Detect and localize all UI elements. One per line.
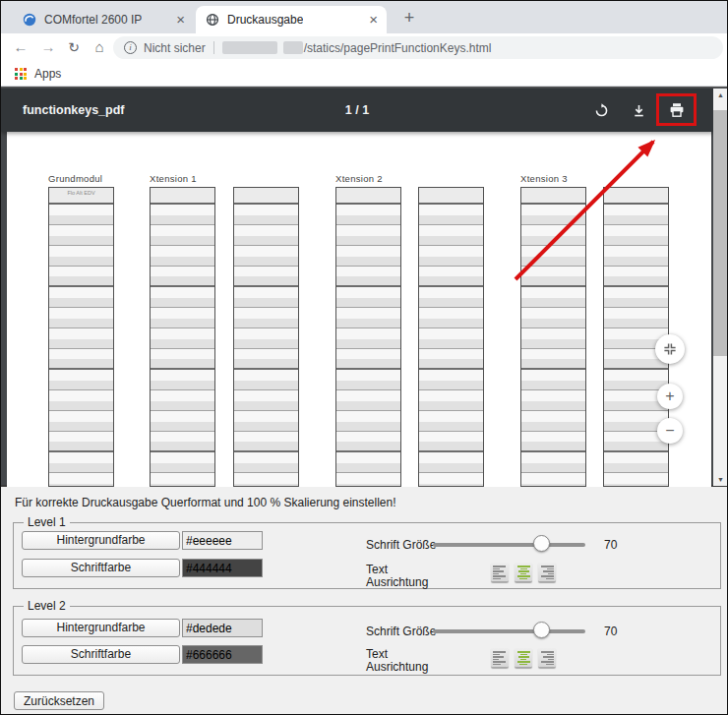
level1-font-color-button[interactable]: Schriftfarbe [22,559,180,577]
key-cell [521,452,585,473]
key-cell [336,411,400,432]
font-size-slider[interactable] [433,629,585,633]
apps-grid-icon[interactable] [15,68,27,80]
new-tab-button[interactable]: + [396,6,422,30]
apps-label[interactable]: Apps [34,67,61,81]
reload-icon[interactable]: ↻ [64,36,84,58]
key-cell [521,328,585,349]
key-cell [234,287,298,308]
font-size-value: 70 [604,625,617,638]
key-cell [521,370,585,390]
key-cell [521,349,585,370]
tab-title: Druckausgabe [227,13,303,27]
key-cell-header [604,188,668,205]
key-column [233,187,299,487]
scroll-down-icon[interactable]: ▼ [713,476,728,483]
key-cell [336,287,400,308]
key-cell [151,432,214,452]
key-cell [336,473,400,487]
address-divider [213,41,214,54]
key-cell [234,246,298,267]
zoom-out-button[interactable]: − [657,418,683,444]
key-column [603,187,669,487]
fit-page-button[interactable] [655,334,685,364]
level2-background-color-input[interactable] [182,619,263,637]
level1-font-color-input[interactable] [182,559,263,577]
font-size-slider-thumb[interactable] [533,535,550,552]
print-highlight-box [656,93,697,126]
key-cell [49,287,113,308]
key-cell [336,349,400,370]
key-cell [234,473,298,487]
align-left-button[interactable] [491,563,509,581]
level2-legend: Level 2 [24,599,70,613]
level2-font-color-input[interactable] [182,645,263,664]
zoom-in-button[interactable]: + [657,384,683,409]
key-cell [521,205,585,225]
tab-close-icon[interactable]: × [369,14,378,26]
key-cell [336,308,400,328]
key-cell [521,473,585,487]
key-cell [604,246,668,267]
key-cell [604,267,668,287]
key-cell [49,308,113,328]
level1-background-color-button[interactable]: Hintergrundfarbe [22,531,180,550]
key-cell [419,225,483,246]
scroll-up-icon[interactable]: ▲ [713,91,728,98]
font-size-slider[interactable] [433,543,585,547]
text-alignment-label: Text Ausrichtung [366,564,428,589]
align-center-button[interactable] [515,563,532,581]
scrollbar-thumb[interactable] [713,110,728,356]
level2-background-color-button[interactable]: Hintergrundfarbe [22,619,180,637]
level2-font-color-button[interactable]: Schriftfarbe [22,645,180,664]
align-right-button[interactable] [538,563,556,581]
font-size-slider-thumb[interactable] [533,622,550,638]
key-cell [234,328,298,349]
download-button[interactable] [625,96,652,124]
key-cell [419,432,483,452]
font-size-label: Schrift Größe [366,625,436,638]
redacted-host-block [283,41,303,54]
key-cell [151,287,214,308]
key-cell [521,267,585,287]
tab-comfortel[interactable]: COMfortel 2600 IP × [13,7,194,32]
key-cell-header: Flo Alt EDV [49,188,113,205]
back-icon[interactable]: ← [11,36,30,58]
key-cell-header [151,188,214,205]
pdf-scrollbar[interactable]: ▲ ▼ [713,89,728,486]
page-info-icon[interactable]: i [124,41,137,54]
level1-group: Level 1 Hintergrundfarbe Schriftfarbe Sc… [13,522,721,589]
key-cell [336,246,400,267]
key-cell [419,267,483,287]
key-cell-header [521,188,585,205]
tab-title: COMfortel 2600 IP [44,13,142,27]
tab-close-icon[interactable]: × [176,14,185,26]
key-cell [336,390,400,411]
align-center-button[interactable] [515,648,532,667]
key-cell [151,370,214,390]
forward-icon[interactable]: → [38,36,58,58]
reset-button[interactable]: Zurücksetzen [14,691,104,710]
key-cell [151,411,214,432]
key-cell [604,370,668,390]
key-cell [49,473,113,487]
key-column [520,187,586,487]
level1-background-color-input[interactable] [182,531,263,550]
key-cell [151,267,214,287]
bookmarks-bar: Apps [1,62,727,87]
tab-druckausgabe[interactable]: Druckausgabe × [196,6,387,33]
key-cell [336,370,400,390]
key-cell [49,390,113,411]
key-cell [234,390,298,411]
key-column [150,187,215,487]
rotate-icon [594,103,609,118]
address-bar[interactable]: i Nicht sicher /statics/pagePrintFunctio… [113,36,723,59]
key-cell [336,328,400,349]
rotate-button[interactable] [587,96,615,124]
key-cell [151,246,214,267]
key-cell [419,411,483,432]
align-left-button[interactable] [491,648,509,667]
home-icon[interactable]: ⌂ [90,36,109,58]
key-column [418,187,484,487]
align-right-button[interactable] [538,648,556,667]
